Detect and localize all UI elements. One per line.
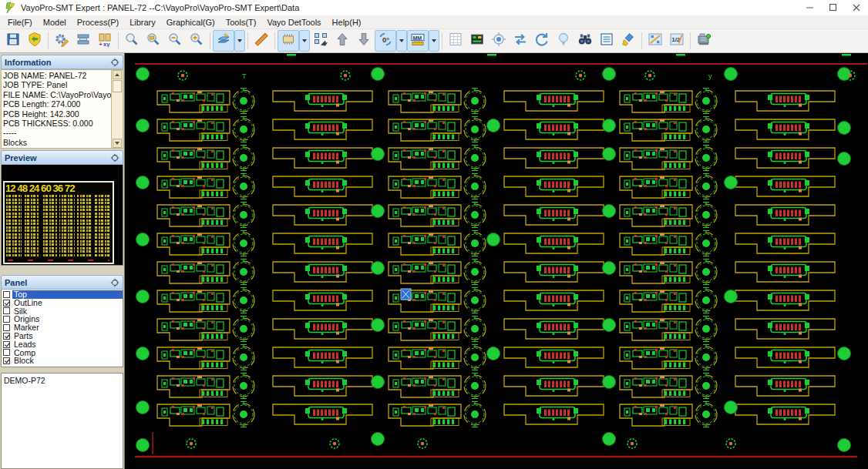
- measure-button[interactable]: [251, 30, 272, 52]
- layer-checkbox-origins[interactable]: [3, 316, 10, 323]
- scroll-up-icon[interactable]: [113, 70, 122, 79]
- swap-icon: [513, 32, 528, 50]
- machine-export-button[interactable]: [693, 30, 715, 52]
- menu-graphical[interactable]: Graphical(G): [161, 17, 220, 28]
- rotate-angle-0-button[interactable]: 0°: [375, 30, 396, 52]
- preview-panel[interactable]: 12 48 24 60 36 72: [1, 165, 123, 266]
- information-line: PCB THICKNESS: 0.000: [3, 119, 111, 128]
- minimize-button[interactable]: [799, 0, 822, 15]
- rotate-panel-button[interactable]: [531, 30, 553, 52]
- tooling-hole: [603, 433, 616, 446]
- block-list-item[interactable]: DEMO-P72: [4, 376, 120, 385]
- highlight-button[interactable]: [553, 30, 574, 52]
- menu-process[interactable]: Process(P): [72, 17, 124, 28]
- board-view-button[interactable]: [466, 30, 488, 52]
- rotate0-icon: 0°: [378, 32, 393, 50]
- menu-model[interactable]: Model: [38, 17, 72, 28]
- tooling-hole: [372, 319, 385, 332]
- toolbar-separator: [442, 32, 442, 49]
- zoom-fit-button[interactable]: [143, 30, 164, 52]
- menu-tools[interactable]: Tools(T): [220, 17, 262, 28]
- close-button[interactable]: [845, 0, 868, 15]
- scrollbar-thumb[interactable]: [113, 80, 122, 92]
- zoom-icon: [124, 32, 140, 50]
- toolbar-separator: [274, 32, 275, 49]
- zoom-out-button[interactable]: [164, 30, 186, 52]
- arrowup-icon: [335, 32, 350, 50]
- save-icon: [5, 32, 21, 50]
- tooling-hole: [725, 176, 738, 189]
- center-origin-button[interactable]: [488, 30, 510, 52]
- tooling-hole: [372, 205, 385, 218]
- pcb-panel-canvas[interactable]: Ty: [125, 53, 868, 469]
- menu-vayo-dettools[interactable]: Vayo DetTools: [261, 17, 326, 28]
- settings-edit-button[interactable]: [51, 30, 72, 52]
- report-button[interactable]: [596, 30, 617, 52]
- layer-checkbox-parts[interactable]: [3, 333, 10, 340]
- menu-help[interactable]: Help(H): [327, 17, 367, 28]
- menu-bar: File(F)ModelProcess(P)LibraryGraphical(G…: [0, 15, 868, 29]
- layers-dropdown[interactable]: [234, 30, 245, 52]
- units-mm-button[interactable]: MM: [407, 30, 429, 52]
- layer-row-block[interactable]: Block: [2, 357, 123, 365]
- find-part-button[interactable]: [574, 30, 596, 52]
- analysis-chart-2-button[interactable]: 1/2: [666, 30, 688, 52]
- layer-checkbox-top[interactable]: [3, 291, 10, 298]
- pin-icon[interactable]: [110, 153, 119, 162]
- layer-checkbox-comp[interactable]: [3, 349, 10, 356]
- swap-sides-button[interactable]: [510, 30, 531, 52]
- layer-checkbox-block[interactable]: [3, 357, 10, 364]
- rotate-angle-0-dropdown[interactable]: [396, 30, 407, 52]
- zoom-window-button[interactable]: [121, 30, 143, 52]
- menu-library[interactable]: Library: [124, 17, 161, 28]
- move-up-button[interactable]: [331, 30, 353, 52]
- clean-up-button[interactable]: [617, 30, 639, 52]
- preview-section-header[interactable]: Preview: [1, 150, 123, 165]
- information-scrollbar[interactable]: [111, 70, 123, 148]
- toolbar: +xy0°MM1/2: [0, 29, 868, 53]
- pin-icon[interactable]: [110, 58, 119, 67]
- feeder-icon: +xy: [97, 32, 113, 50]
- preview-block-numbers: 12 48 24 60 36 72: [5, 183, 111, 194]
- layer-label: Leads: [12, 340, 38, 349]
- align-parts-button[interactable]: [310, 30, 331, 52]
- pin-icon[interactable]: [110, 278, 119, 287]
- layer-checkbox-marker[interactable]: [3, 324, 10, 331]
- machine-program-button[interactable]: [72, 30, 94, 52]
- tooling-hole: [725, 68, 738, 81]
- panel-section-header[interactable]: Panel: [1, 275, 123, 290]
- move-down-button[interactable]: [353, 30, 375, 52]
- zoom-in-button[interactable]: [186, 30, 207, 52]
- target-icon: [491, 32, 506, 50]
- layer-checkbox-silk[interactable]: [3, 307, 10, 314]
- convert-job-button[interactable]: [24, 30, 45, 52]
- layer-checkbox-outline[interactable]: [3, 300, 10, 307]
- feeder-setup-button[interactable]: +xy: [94, 30, 116, 52]
- block-list: DEMO-P72: [1, 373, 123, 469]
- tooling-hole: [838, 347, 851, 360]
- tooling-hole: [603, 148, 616, 161]
- analysis-chart-1-button[interactable]: [644, 30, 666, 52]
- scroll-down-icon[interactable]: [113, 139, 122, 148]
- binoculars-icon: [577, 32, 593, 50]
- menu-file[interactable]: File(F): [2, 17, 38, 28]
- chevron-down-icon: [302, 39, 307, 42]
- units-mm-dropdown[interactable]: [429, 30, 439, 52]
- maximize-button[interactable]: [822, 0, 845, 15]
- tooling-hole: [136, 119, 150, 132]
- save-button[interactable]: [2, 30, 24, 52]
- bulb-icon: [556, 32, 571, 50]
- panel-preview-thumbnail[interactable]: 12 48 24 60 36 72: [3, 181, 114, 264]
- app-logo-icon: [5, 2, 17, 14]
- layer-row-outline[interactable]: OutLine: [2, 299, 123, 307]
- layer-checkbox-leads[interactable]: [3, 341, 10, 348]
- part-select-button[interactable]: [278, 30, 299, 52]
- layers-button[interactable]: [213, 30, 234, 52]
- tooling-hole: [603, 68, 616, 81]
- grid-view-button[interactable]: [445, 30, 466, 52]
- information-section-header[interactable]: Information: [1, 55, 123, 69]
- layer-row-leads[interactable]: Leads: [2, 340, 123, 349]
- part-select-dropdown[interactable]: [299, 30, 310, 52]
- chart1-icon: [648, 32, 663, 50]
- toolbar-separator: [210, 32, 210, 49]
